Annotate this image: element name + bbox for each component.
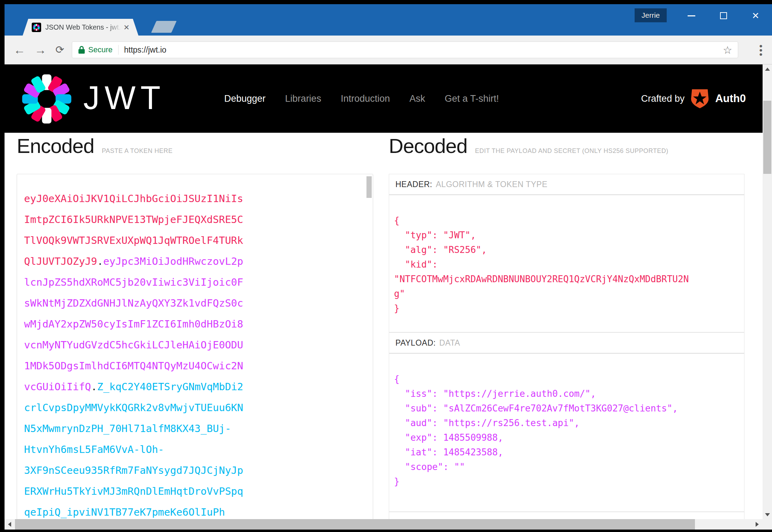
encoded-panel-scrollbar[interactable] <box>366 176 372 519</box>
browser-window: JSON Web Tokens - jwt.io ✕ Jerrie ✕ ← → … <box>5 4 772 530</box>
jwt-wordmark: JWT <box>83 79 165 117</box>
close-icon: ✕ <box>752 11 759 20</box>
token-signature-segment[interactable]: Z_kqC2Y40ETSryGNmVqMbDi2crlCvpsDpyMMVykK… <box>24 381 243 518</box>
nav-link-introduction[interactable]: Introduction <box>341 93 390 104</box>
decoded-subtitle: EDIT THE PAYLOAD AND SECRET (ONLY HS256 … <box>475 147 668 155</box>
nav-link-debugger[interactable]: Debugger <box>224 93 266 104</box>
jwt-logo[interactable]: JWT <box>21 73 165 125</box>
secure-lock-icon <box>78 46 85 54</box>
site-nav: JWT Debugger Libraries Introduction Ask … <box>5 64 763 133</box>
jwt-token-text[interactable]: eyJ0eXAiOiJKV1QiLCJhbGciOiJSUzI1NiIsImtp… <box>24 188 247 519</box>
forward-icon[interactable]: → <box>35 43 46 57</box>
encoded-token-panel[interactable]: eyJ0eXAiOiJKV1QiLCJhbGciOiJSUzI1NiIsImtp… <box>17 174 373 519</box>
encoded-scrollbar-thumb[interactable] <box>366 176 372 198</box>
encoded-title: Encoded <box>17 134 94 157</box>
minimize-icon <box>688 15 695 16</box>
decoded-title: Decoded <box>389 134 467 157</box>
crafted-by-group[interactable]: Crafted by Auth0 <box>641 64 746 133</box>
title-bar: JSON Web Tokens - jwt.io ✕ Jerrie ✕ <box>5 4 772 36</box>
secure-label: Secure <box>88 45 113 54</box>
encoded-subtitle: PASTE A TOKEN HERE <box>102 147 173 155</box>
encoded-heading: Encoded PASTE A TOKEN HERE <box>17 134 173 157</box>
horizontal-scrollbar-thumb[interactable] <box>15 519 695 530</box>
tab-close-icon[interactable]: ✕ <box>123 24 130 31</box>
scroll-left-arrow-icon[interactable] <box>5 519 14 530</box>
scroll-down-arrow-icon[interactable] <box>763 510 772 519</box>
header-panel-label: HEADER: <box>395 180 432 189</box>
decoded-heading: Decoded EDIT THE PAYLOAD AND SECRET (ONL… <box>389 134 668 157</box>
auth0-shield-icon <box>691 88 709 109</box>
scroll-up-arrow-icon[interactable] <box>763 64 772 74</box>
payload-panel-titlebar: PAYLOAD: DATA <box>389 333 744 354</box>
url-text[interactable]: https://jwt.io <box>124 45 166 55</box>
tab-title: JSON Web Tokens - jwt.io <box>45 23 121 31</box>
verify-signature-panel: VERIFY SIGNATURE <box>389 512 744 519</box>
nav-link-tshirt[interactable]: Get a T-shirt! <box>445 93 499 104</box>
reload-icon[interactable]: ⟳ <box>55 43 64 57</box>
address-divider <box>118 45 119 55</box>
vertical-scrollbar[interactable] <box>763 64 772 519</box>
payload-panel-label: PAYLOAD: <box>395 338 436 348</box>
horizontal-scrollbar[interactable] <box>5 519 772 530</box>
bookmark-star-icon[interactable]: ☆ <box>723 44 732 56</box>
verify-panel-titlebar: VERIFY SIGNATURE <box>389 512 744 519</box>
maximize-icon <box>720 12 727 19</box>
auth0-label: Auth0 <box>715 92 746 105</box>
scroll-right-arrow-icon[interactable] <box>752 519 762 530</box>
browser-tab[interactable]: JSON Web Tokens - jwt.io ✕ <box>23 19 138 36</box>
back-icon[interactable]: ← <box>14 43 25 57</box>
browser-toolbar: ← → ⟳ Secure https://jwt.io ☆ ••• <box>5 36 772 64</box>
nav-link-libraries[interactable]: Libraries <box>285 93 321 104</box>
header-panel-titlebar: HEADER: ALGORITHM & TOKEN TYPE <box>389 174 744 195</box>
crafted-by-label: Crafted by <box>641 93 685 104</box>
vertical-scrollbar-thumb[interactable] <box>763 101 771 174</box>
token-payload-segment[interactable]: eyJpc3MiOiJodHRwczovL2plcnJpZS5hdXRoMC5j… <box>24 255 243 393</box>
header-json-code[interactable]: { "typ": "JWT", "alg": "RS256", "kid": "… <box>394 213 694 316</box>
jwt-favicon-icon <box>32 23 41 32</box>
payload-panel-sublabel: DATA <box>439 338 460 348</box>
nav-link-ask[interactable]: Ask <box>409 93 425 104</box>
token-separator-dot: . <box>91 381 97 393</box>
decoded-payload-panel: PAYLOAD: DATA { "iss": "https://jerrie.a… <box>389 332 744 512</box>
header-panel-sublabel: ALGORITHM & TOKEN TYPE <box>436 180 547 189</box>
new-tab-button[interactable] <box>151 21 176 33</box>
address-bar[interactable]: Secure https://jwt.io ☆ <box>72 41 738 58</box>
token-separator-dot: . <box>97 255 103 267</box>
jwt-pinwheel-icon <box>21 73 73 125</box>
close-button[interactable]: ✕ <box>750 10 762 21</box>
profile-button[interactable]: Jerrie <box>635 8 667 22</box>
decoded-header-panel: HEADER: ALGORITHM & TOKEN TYPE { "typ": … <box>389 174 744 332</box>
nav-links: Debugger Libraries Introduction Ask Get … <box>224 64 499 133</box>
page-viewport: JWT Debugger Libraries Introduction Ask … <box>5 64 772 519</box>
minimize-button[interactable] <box>686 10 697 21</box>
maximize-button[interactable] <box>718 10 729 21</box>
menu-dots-icon[interactable]: ••• <box>757 44 764 56</box>
payload-json-code[interactable]: { "iss": "https://jerrie.auth0.com/", "s… <box>394 372 694 489</box>
